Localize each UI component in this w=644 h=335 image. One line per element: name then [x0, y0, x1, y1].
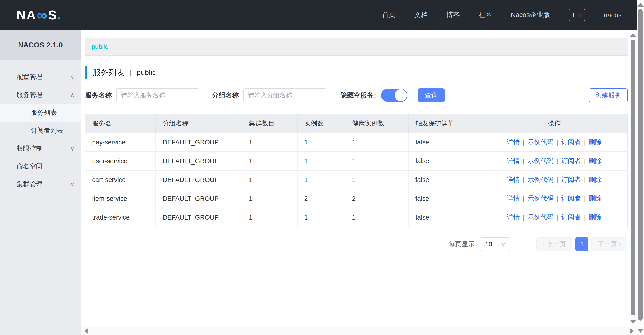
sidebar-item-service-list[interactable]: 服务列表 — [0, 104, 81, 122]
sidebar-item-namespace[interactable]: 命名空间 — [0, 158, 81, 175]
cell-clusters: 1 — [242, 189, 297, 208]
sidebar-item-label: 订阅者列表 — [31, 126, 63, 135]
sidebar-item-label: 服务列表 — [31, 108, 57, 117]
sample-code-link[interactable]: 示例代码 — [528, 214, 554, 221]
action-separator: | — [584, 158, 586, 164]
sidebar-item-access-control[interactable]: 权限控制 — [0, 140, 81, 158]
cell-group: DEFAULT_GROUP — [156, 152, 242, 170]
delete-link[interactable]: 删除 — [588, 157, 602, 164]
scroll-up-arrow[interactable] — [630, 33, 636, 37]
scroll-left-arrow[interactable] — [84, 328, 88, 334]
sample-code-link[interactable]: 示例代码 — [528, 195, 554, 202]
detail-link[interactable]: 详情 — [507, 157, 520, 164]
cell-instances: 1 — [298, 133, 345, 152]
detail-link[interactable]: 详情 — [507, 138, 520, 146]
logged-in-username[interactable]: nacos — [604, 11, 622, 19]
sidebar: NACOS 2.1.0 配置管理 服务管理 服务列表 订阅者列表 权限控制 命名… — [0, 30, 81, 335]
subscribers-link[interactable]: 订阅者 — [561, 138, 581, 146]
title-separator: | — [130, 69, 131, 76]
delete-link[interactable]: 删除 — [588, 195, 602, 202]
nacos-console: NA∞S. 首页 文档 博客 社区 Nacos企业版 En nacos NACO… — [0, 0, 644, 335]
subscribers-link[interactable]: 订阅者 — [561, 157, 581, 164]
cell-instances: 1 — [298, 170, 345, 189]
cell-service-name: pay-service — [85, 133, 156, 152]
cell-healthy: 1 — [345, 152, 408, 170]
sample-code-link[interactable]: 示例代码 — [528, 138, 554, 146]
prev-page-button[interactable]: ‹ 上一页 — [536, 237, 572, 251]
page-title-row: 服务列表 | public — [85, 66, 628, 80]
sidebar-item-subscriber-list[interactable]: 订阅者列表 — [0, 122, 81, 140]
cell-threshold: false — [408, 208, 481, 227]
sidebar-item-service-management[interactable]: 服务管理 — [0, 86, 81, 104]
subscribers-link[interactable]: 订阅者 — [561, 195, 581, 202]
chevron-down-icon — [70, 146, 74, 152]
chevron-down-icon — [70, 74, 74, 80]
scroll-up-arrow[interactable] — [637, 3, 644, 7]
page-buttons: ‹ 上一页 1 下一页 › — [536, 237, 628, 251]
nav-community[interactable]: 社区 — [478, 10, 492, 20]
action-separator: | — [584, 195, 586, 202]
service-table: 服务名 分组名称 集群数目 实例数 健康实例数 触发保护阈值 操作 pay-se… — [85, 114, 628, 227]
nav-blog[interactable]: 博客 — [446, 10, 460, 20]
scroll-right-arrow[interactable] — [630, 328, 634, 334]
scrollbar-thumb[interactable] — [638, 9, 643, 321]
delete-link[interactable]: 删除 — [588, 138, 602, 146]
nav-home[interactable]: 首页 — [382, 10, 395, 20]
hide-empty-service-label: 隐藏空服务: — [340, 91, 376, 100]
table-row: cart-service DEFAULT_GROUP 1 1 1 false 详… — [85, 170, 628, 189]
subscribers-link[interactable]: 订阅者 — [561, 214, 581, 221]
chevron-down-icon — [501, 241, 505, 248]
title-accent-bar — [85, 66, 86, 80]
page-size-label: 每页显示: — [449, 240, 476, 249]
current-page-button[interactable]: 1 — [575, 237, 588, 251]
chevron-down-icon — [70, 181, 74, 187]
action-separator: | — [523, 214, 524, 221]
delete-link[interactable]: 删除 — [588, 214, 602, 221]
search-button[interactable]: 查询 — [418, 88, 444, 102]
cell-clusters: 1 — [242, 208, 297, 227]
next-page-button[interactable]: 下一页 › — [592, 237, 628, 251]
group-name-input[interactable] — [243, 88, 326, 102]
hide-empty-service-toggle[interactable] — [381, 89, 408, 102]
action-separator: | — [523, 158, 524, 164]
action-separator: | — [523, 139, 524, 146]
detail-link[interactable]: 详情 — [507, 214, 520, 221]
cell-healthy: 2 — [345, 189, 408, 208]
cell-threshold: false — [408, 152, 481, 170]
cell-instances: 2 — [298, 189, 345, 208]
cell-operations: 详情|示例代码|订阅者|删除 — [481, 152, 628, 170]
detail-link[interactable]: 详情 — [507, 195, 520, 202]
action-separator: | — [556, 214, 558, 221]
action-separator: | — [556, 176, 558, 183]
detail-link[interactable]: 详情 — [507, 176, 520, 183]
logo-dot: . — [57, 8, 61, 22]
sidebar-item-config-management[interactable]: 配置管理 — [0, 68, 81, 86]
cell-threshold: false — [408, 170, 481, 189]
action-separator: | — [523, 176, 524, 183]
subscribers-link[interactable]: 订阅者 — [561, 176, 581, 183]
nav-docs[interactable]: 文档 — [414, 10, 428, 20]
page-size-select[interactable]: 10 — [480, 237, 510, 251]
sample-code-link[interactable]: 示例代码 — [528, 176, 554, 183]
sample-code-link[interactable]: 示例代码 — [528, 157, 554, 164]
col-healthy-instance-count: 健康实例数 — [345, 114, 408, 133]
create-service-button[interactable]: 创建服务 — [588, 88, 628, 102]
sidebar-item-cluster-management[interactable]: 集群管理 — [0, 175, 81, 193]
cell-service-name: item-service — [85, 189, 156, 208]
service-name-input[interactable] — [116, 88, 200, 102]
scroll-down-arrow[interactable] — [630, 320, 636, 324]
delete-link[interactable]: 删除 — [588, 176, 602, 183]
scroll-down-arrow[interactable] — [637, 329, 644, 333]
sidebar-item-label: 集群管理 — [16, 180, 42, 189]
cell-clusters: 1 — [242, 170, 297, 189]
col-service-name: 服务名 — [85, 114, 156, 133]
top-header-bar: NA∞S. 首页 文档 博客 社区 Nacos企业版 En nacos — [0, 0, 637, 30]
cell-group: DEFAULT_GROUP — [156, 208, 242, 227]
chevron-up-icon — [70, 92, 74, 98]
nav-enterprise[interactable]: Nacos企业版 — [511, 10, 550, 20]
cell-threshold: false — [408, 189, 481, 208]
scrollbar-thumb[interactable] — [631, 40, 635, 315]
language-toggle-button[interactable]: En — [569, 9, 585, 21]
namespace-tab-public[interactable]: public — [92, 43, 108, 50]
sidebar-menu: 配置管理 服务管理 服务列表 订阅者列表 权限控制 命名空间 集群管理 — [0, 60, 81, 193]
